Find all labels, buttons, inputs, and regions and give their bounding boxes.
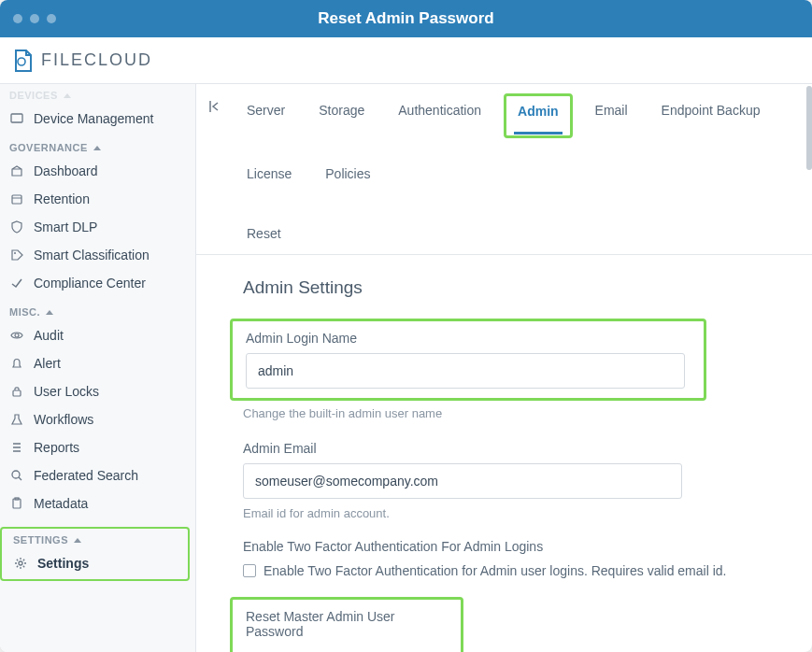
settings-tabs: Server Storage Authentication Admin Emai… — [196, 84, 812, 255]
highlight-admin-tab: Admin — [504, 93, 573, 138]
flask-icon — [9, 412, 24, 427]
sidebar-item-label: Compliance Center — [34, 276, 146, 291]
sidebar-group-devices[interactable]: DEVICES — [0, 84, 195, 105]
admin-email-input[interactable] — [243, 463, 682, 499]
sidebar-item-label: Workflows — [34, 412, 93, 427]
sidebar-item-label: Alert — [34, 356, 61, 371]
reset-password-label: Reset Master Admin User Password — [246, 609, 448, 639]
sidebar-item-label: Smart Classification — [34, 248, 150, 262]
sidebar-item-label: Reports — [34, 440, 79, 455]
sidebar-group-settings[interactable]: SETTINGS — [4, 531, 186, 549]
device-icon — [9, 111, 24, 126]
content-area: Server Storage Authentication Admin Emai… — [196, 84, 812, 652]
sidebar-item-label: Retention — [34, 191, 90, 206]
svg-point-9 — [19, 561, 22, 565]
tab-storage[interactable]: Storage — [315, 97, 368, 135]
caret-up-icon — [74, 538, 81, 543]
sidebar-item-user-locks[interactable]: User Locks — [0, 377, 195, 405]
logo-icon — [13, 48, 34, 74]
sidebar-item-label: Dashboard — [34, 163, 98, 178]
sidebar-item-metadata[interactable]: Metadata — [0, 489, 195, 517]
sidebar-collapse-icon[interactable] — [204, 95, 226, 118]
highlight-settings-group: SETTINGS Settings — [0, 527, 190, 581]
sidebar-item-reports[interactable]: Reports — [0, 433, 195, 461]
sidebar-item-federated-search[interactable]: Federated Search — [0, 461, 195, 489]
sidebar-item-label: Device Management — [34, 111, 153, 126]
sidebar-item-label: Smart DLP — [34, 220, 97, 234]
sidebar-item-settings[interactable]: Settings — [4, 549, 186, 577]
sidebar-group-misc[interactable]: MISC. — [0, 297, 195, 321]
admin-login-name-help: Change the built-in admin user name — [243, 406, 775, 420]
admin-login-name-label: Admin Login Name — [246, 331, 691, 346]
sidebar-item-label: Federated Search — [34, 468, 138, 483]
shield-icon — [9, 220, 24, 234]
tab-admin[interactable]: Admin — [514, 98, 563, 135]
lock-icon — [9, 384, 24, 399]
sidebar-item-alert[interactable]: Alert — [0, 349, 195, 377]
sidebar-group-governance[interactable]: GOVERNANCE — [0, 133, 195, 157]
sidebar-item-compliance-center[interactable]: Compliance Center — [0, 269, 195, 297]
caret-up-icon — [93, 146, 101, 150]
admin-login-name-input[interactable] — [246, 353, 685, 389]
window-title: Reset Admin Password — [0, 9, 812, 28]
svg-point-6 — [12, 471, 20, 478]
sidebar-item-audit[interactable]: Audit — [0, 321, 195, 349]
retention-icon — [9, 191, 24, 206]
svg-rect-2 — [12, 195, 21, 204]
dashboard-icon — [9, 163, 24, 178]
sidebar-item-device-management[interactable]: Device Management — [0, 105, 195, 133]
sidebar-item-smart-classification[interactable]: Smart Classification — [0, 241, 195, 269]
list-icon — [9, 440, 24, 455]
tab-policies[interactable]: Policies — [321, 161, 374, 194]
gear-icon — [13, 556, 28, 571]
sidebar-item-label: User Locks — [34, 384, 99, 399]
tab-reset[interactable]: Reset — [243, 220, 775, 254]
sidebar-item-smart-dlp[interactable]: Smart DLP — [0, 213, 195, 241]
page-title: Admin Settings — [243, 277, 775, 298]
twofa-checkbox[interactable] — [243, 564, 256, 577]
brand-text: FILECLOUD — [41, 50, 152, 70]
sidebar-item-retention[interactable]: Retention — [0, 185, 195, 213]
twofa-text: Enable Two Factor Authentication for Adm… — [264, 563, 726, 578]
highlight-login-name: Admin Login Name — [230, 319, 706, 401]
sidebar-item-label: Audit — [34, 328, 64, 343]
logo-bar: FILECLOUD — [0, 37, 812, 84]
sidebar-item-workflows[interactable]: Workflows — [0, 405, 195, 433]
title-bar: Reset Admin Password — [0, 0, 812, 37]
caret-up-icon — [64, 93, 71, 98]
tab-endpoint-backup[interactable]: Endpoint Backup — [658, 97, 764, 135]
brand-logo[interactable]: FILECLOUD — [13, 48, 152, 74]
svg-point-3 — [14, 252, 16, 254]
tag-icon — [9, 248, 24, 262]
twofa-label: Enable Two Factor Authentication For Adm… — [243, 539, 775, 554]
svg-point-0 — [18, 58, 25, 65]
check-icon — [9, 276, 24, 291]
svg-point-4 — [15, 333, 19, 337]
tab-authentication[interactable]: Authentication — [394, 97, 485, 135]
bell-icon — [9, 356, 24, 371]
clipboard-icon — [9, 496, 24, 511]
tab-license[interactable]: License — [243, 161, 295, 194]
caret-up-icon — [46, 310, 53, 315]
tab-email[interactable]: Email — [591, 97, 632, 135]
admin-email-help: Email id for admin account. — [243, 506, 775, 520]
sidebar-item-label: Settings — [37, 556, 89, 571]
eye-icon — [9, 328, 24, 343]
highlight-reset-password: Reset Master Admin User Password Reset A… — [230, 597, 463, 652]
sidebar-item-label: Metadata — [34, 496, 88, 511]
search-icon — [9, 468, 24, 483]
sidebar: DEVICES Device Management GOVERNANCE Das… — [0, 84, 196, 652]
svg-rect-5 — [13, 390, 21, 396]
svg-rect-1 — [11, 114, 22, 122]
tab-server[interactable]: Server — [243, 97, 289, 135]
admin-email-label: Admin Email — [243, 441, 775, 456]
sidebar-item-dashboard[interactable]: Dashboard — [0, 157, 195, 185]
